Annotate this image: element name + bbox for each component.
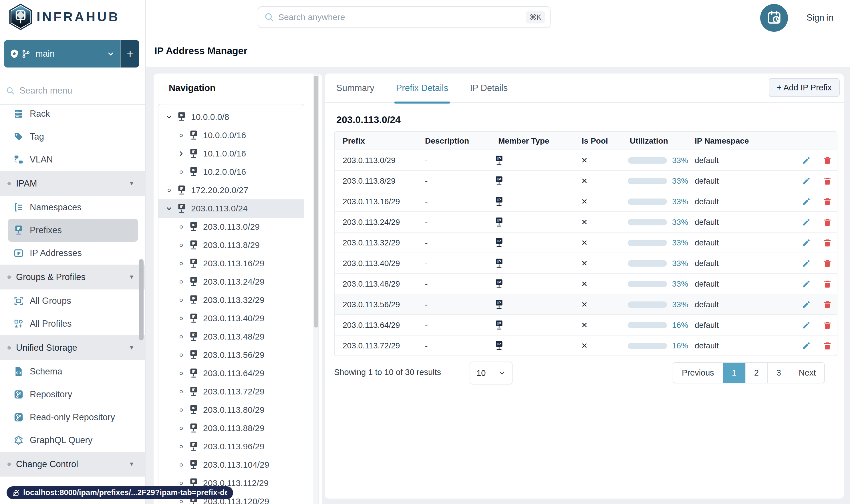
tree-item-203-0-113-0-29[interactable]: IP203.0.113.0/29 bbox=[159, 218, 304, 236]
tree-item-203-0-113-24-29[interactable]: IP203.0.113.24/29 bbox=[159, 273, 304, 291]
pencil-icon[interactable] bbox=[802, 259, 811, 268]
table-row-203-0-113-0-29[interactable]: 203.0.113.0/29-IP✕33%default bbox=[334, 150, 837, 171]
sidebar-item-ip-addresses[interactable]: IPIP Addresses bbox=[0, 242, 146, 265]
trash-icon[interactable] bbox=[823, 321, 832, 329]
is-pool-x-icon: ✕ bbox=[581, 294, 588, 315]
tree-item-203-0-113-72-29[interactable]: IP203.0.113.72/29 bbox=[159, 382, 304, 401]
trash-icon[interactable] bbox=[823, 197, 832, 206]
tab-ip-details[interactable]: IP Details bbox=[470, 73, 508, 103]
trash-icon[interactable] bbox=[823, 342, 832, 350]
tree-item-203-0-113-16-29[interactable]: IP203.0.113.16/29 bbox=[159, 254, 304, 273]
sidebar-item-tag[interactable]: Tag bbox=[0, 125, 146, 148]
global-search[interactable]: ⌘K bbox=[258, 6, 550, 28]
sidebar-item-namespaces[interactable]: Namespaces bbox=[0, 196, 146, 219]
sign-in-link[interactable]: Sign in bbox=[807, 13, 834, 23]
sidebar-scrollbar[interactable] bbox=[139, 259, 144, 340]
tree-item-10-1-0-0-16[interactable]: IP10.1.0.0/16 bbox=[159, 144, 304, 163]
sidebar-item-all-groups[interactable]: All Groups bbox=[0, 289, 146, 312]
pencil-icon[interactable] bbox=[802, 156, 811, 165]
table-row-203-0-113-64-29[interactable]: 203.0.113.64/29-IP✕16%default bbox=[334, 315, 837, 336]
tree-item-203-0-113-88-29[interactable]: IP203.0.113.88/29 bbox=[159, 419, 304, 437]
chevron-down-icon[interactable] bbox=[165, 113, 173, 121]
chevron-right-icon[interactable] bbox=[177, 149, 185, 158]
sidebar-item-repository[interactable]: Repository bbox=[0, 383, 146, 406]
search-menu-input[interactable] bbox=[19, 86, 128, 96]
page-button-1[interactable]: 1 bbox=[723, 363, 746, 383]
table-row-203-0-113-40-29[interactable]: 203.0.113.40/29-IP✕33%default bbox=[334, 253, 837, 274]
trash-icon[interactable] bbox=[823, 156, 832, 165]
table-row-203-0-113-56-29[interactable]: 203.0.113.56/29-IP✕33%default bbox=[334, 294, 837, 315]
tree-item-203-0-113-48-29[interactable]: IP203.0.113.48/29 bbox=[159, 327, 304, 346]
utilization-percent: 33% bbox=[672, 233, 688, 253]
sidebar-item-prefixes[interactable]: IPPrefixes bbox=[8, 219, 138, 242]
svg-text:IP: IP bbox=[192, 296, 196, 300]
trash-icon[interactable] bbox=[823, 300, 832, 309]
tree-item-203-0-113-56-29[interactable]: IP203.0.113.56/29 bbox=[159, 346, 304, 364]
search-anywhere-input[interactable] bbox=[278, 12, 526, 22]
trash-icon[interactable] bbox=[823, 259, 832, 268]
tree-item-10-2-0-0-16[interactable]: IP10.2.0.0/16 bbox=[159, 163, 304, 181]
page-button-2[interactable]: 2 bbox=[746, 363, 768, 383]
sidebar-section-ipam[interactable]: IPAM▼ bbox=[0, 171, 146, 196]
sidebar-section-groups-profiles[interactable]: Groups & Profiles▼ bbox=[0, 265, 146, 289]
tab-prefix-details[interactable]: Prefix Details bbox=[396, 73, 449, 103]
sidebar-item-schema[interactable]: Schema bbox=[0, 360, 146, 383]
chevron-down-icon[interactable] bbox=[165, 204, 173, 213]
pencil-icon[interactable] bbox=[802, 177, 811, 185]
branch-name: main bbox=[35, 49, 107, 59]
table-row-203-0-113-8-29[interactable]: 203.0.113.8/29-IP✕33%default bbox=[334, 171, 837, 191]
cell-namespace: default bbox=[695, 150, 719, 171]
sidebar-item-graphql-query[interactable]: GraphQL Query bbox=[0, 429, 146, 452]
page-button-3[interactable]: 3 bbox=[768, 363, 790, 383]
sidebar-section-change-control[interactable]: Change Control▼ bbox=[0, 452, 146, 476]
navigation-scrollbar[interactable] bbox=[314, 76, 318, 327]
tree-item-203-0-113-40-29[interactable]: IP203.0.113.40/29 bbox=[159, 309, 304, 327]
table-row-203-0-113-32-29[interactable]: 203.0.113.32/29-IP✕33%default bbox=[334, 233, 837, 253]
svg-text:IP: IP bbox=[192, 443, 196, 447]
add-ip-prefix-button[interactable]: + Add IP Prefix bbox=[769, 78, 840, 97]
table-row-203-0-113-72-29[interactable]: 203.0.113.72/29-IP✕16%default bbox=[334, 336, 837, 356]
tree-item-203-0-113-64-29[interactable]: IP203.0.113.64/29 bbox=[159, 364, 304, 382]
tree-item-label: 203.0.113.24/29 bbox=[203, 277, 265, 287]
tree-item-172-20-20-0-27[interactable]: IP172.20.20.0/27 bbox=[159, 181, 304, 199]
table-row-203-0-113-16-29[interactable]: 203.0.113.16/29-IP✕33%default bbox=[334, 191, 837, 212]
pencil-icon[interactable] bbox=[802, 342, 811, 350]
tree-item-203-0-113-96-29[interactable]: IP203.0.113.96/29 bbox=[159, 437, 304, 456]
sidebar-section-unified-storage[interactable]: Unified Storage▼ bbox=[0, 335, 146, 360]
pencil-icon[interactable] bbox=[802, 218, 811, 227]
tree-item-10-0-0-0-16[interactable]: IP10.0.0.0/16 bbox=[159, 126, 304, 144]
table-row-203-0-113-24-29[interactable]: 203.0.113.24/29-IP✕33%default bbox=[334, 212, 837, 233]
tab-summary[interactable]: Summary bbox=[336, 73, 374, 103]
sidebar-item-rack[interactable]: Rack bbox=[0, 103, 146, 125]
trash-icon[interactable] bbox=[823, 238, 832, 247]
pencil-icon[interactable] bbox=[802, 321, 811, 329]
column-header-is-pool: Is Pool bbox=[582, 131, 608, 150]
trash-icon[interactable] bbox=[823, 280, 832, 288]
pencil-icon[interactable] bbox=[802, 300, 811, 309]
table-row-203-0-113-48-29[interactable]: 203.0.113.48/29-IP✕33%default bbox=[334, 274, 837, 294]
next-page-button[interactable]: Next bbox=[790, 363, 825, 383]
menu-search[interactable] bbox=[0, 77, 146, 105]
add-branch-button[interactable]: + bbox=[121, 40, 139, 68]
pencil-icon[interactable] bbox=[802, 197, 811, 206]
sidebar-item-all-profiles[interactable]: All Profiles bbox=[0, 312, 146, 335]
previous-page-button[interactable]: Previous bbox=[673, 363, 723, 383]
tree-item-203-0-113-8-29[interactable]: IP203.0.113.8/29 bbox=[159, 236, 304, 254]
page-size-select[interactable]: 10 bbox=[470, 362, 512, 384]
utilization-percent: 16% bbox=[672, 336, 688, 356]
branch-selector[interactable]: main + bbox=[4, 40, 139, 68]
branch-selector-main[interactable]: main bbox=[4, 40, 121, 68]
tree-item-203-0-113-32-29[interactable]: IP203.0.113.32/29 bbox=[159, 291, 304, 309]
pencil-icon[interactable] bbox=[802, 238, 811, 247]
tree-item-203-0-113-80-29[interactable]: IP203.0.113.80/29 bbox=[159, 401, 304, 419]
pencil-icon[interactable] bbox=[802, 280, 811, 288]
sidebar-item-vlan[interactable]: VLAN bbox=[0, 148, 146, 171]
trash-icon[interactable] bbox=[823, 177, 832, 185]
sidebar-item-read-only-repository[interactable]: Read-only Repository bbox=[0, 406, 146, 429]
tree-item-10-0-0-0-8[interactable]: IP10.0.0.0/8 bbox=[159, 108, 304, 126]
trash-icon[interactable] bbox=[823, 218, 832, 227]
time-travel-button[interactable] bbox=[760, 4, 788, 32]
infrahub-logo[interactable]: INFRAHUB bbox=[8, 3, 120, 31]
tree-item-203-0-113-104-29[interactable]: IP203.0.113.104/29 bbox=[159, 456, 304, 474]
tree-item-203-0-113-0-24[interactable]: IP203.0.113.0/24 bbox=[159, 199, 304, 218]
